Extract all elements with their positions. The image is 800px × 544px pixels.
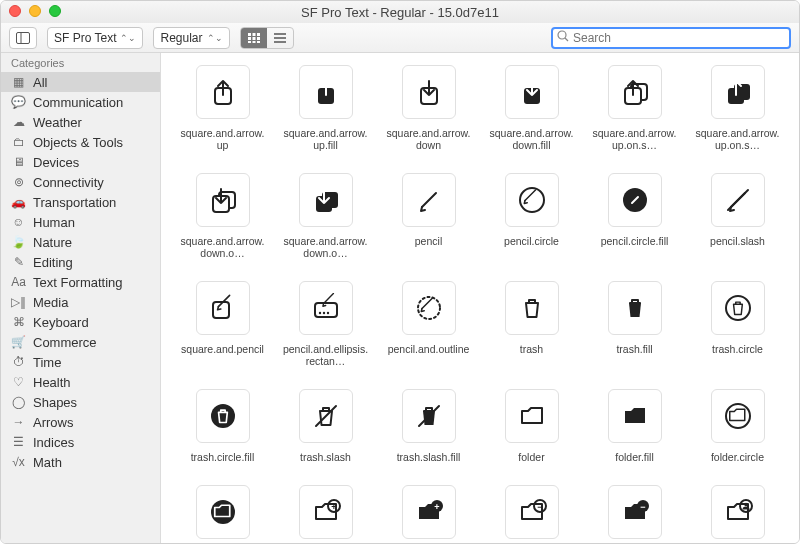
symbol-cell[interactable]: pencil [383,173,474,259]
search-icon [557,30,569,45]
svg-text:−: − [640,502,645,512]
symbol-cell[interactable]: square.and.arrow.up.on.s… [589,65,680,151]
symbol-cell[interactable]: square.and.pencil [177,281,268,367]
symbol-cell[interactable]: trash.slash.fill [383,389,474,463]
sidebar-item-arrows[interactable]: →Arrows [1,412,160,432]
sidebar-toggle-button[interactable] [9,27,37,49]
symbol-cell[interactable]: pencil.circle [486,173,577,259]
pencil-outline-icon [414,293,444,323]
folder-minus-fill-icon: − [620,497,650,527]
sidebar-item-label: Nature [33,235,72,250]
symbol-tile [196,281,250,335]
symbol-label: pencil.slash [710,235,765,247]
sidebar-item-editing[interactable]: ✎Editing [1,252,160,272]
view-mode-segment [240,27,294,49]
share-down-stack-fill-icon [311,185,341,215]
trash-circle-icon [723,293,753,323]
symbol-cell[interactable]: square.and.arrow.down.fill [486,65,577,151]
symbol-cell[interactable]: pencil.and.ellipsis.rectan… [280,281,371,367]
sidebar-item-media[interactable]: ▷‖Media [1,292,160,312]
zoom-window-button[interactable] [49,5,61,17]
symbol-cell[interactable]: trash.circle [692,281,783,367]
symbol-cell[interactable]: +folder.fill.badge.plus [383,485,474,543]
car-icon: 🚗 [11,195,26,209]
leaf-icon: 🍃 [11,235,26,249]
symbol-label: trash.slash.fill [397,451,461,463]
chevron-updown-icon: ⌃⌄ [207,33,223,43]
share-up-stack-fill-icon [723,77,753,107]
font-family-dropdown[interactable]: SF Pro Text ⌃⌄ [47,27,143,49]
sidebar-item-text-formatting[interactable]: AaText Formatting [1,272,160,292]
sidebar-item-objects-tools[interactable]: 🗀Objects & Tools [1,132,160,152]
symbol-cell[interactable]: pencil.slash [692,173,783,259]
symbol-cell[interactable]: folder.fill [589,389,680,463]
symbol-cell[interactable]: trash [486,281,577,367]
symbol-cell[interactable]: folder [486,389,577,463]
symbol-label: pencil.circle.fill [601,235,669,247]
symbol-cell[interactable]: square.and.arrow.down.o… [280,173,371,259]
sidebar-item-keyboard[interactable]: ⌘Keyboard [1,312,160,332]
symbol-tile [608,281,662,335]
close-window-button[interactable] [9,5,21,17]
symbol-cell[interactable]: square.and.arrow.up.on.s… [692,65,783,151]
sidebar-item-shapes[interactable]: ◯Shapes [1,392,160,412]
search-field[interactable] [551,27,791,49]
symbol-tile [299,65,353,119]
sidebar-item-health[interactable]: ♡Health [1,372,160,392]
sidebar-item-time[interactable]: ⏱Time [1,352,160,372]
grid-icon: ▦ [11,75,26,89]
symbol-cell[interactable]: trash.circle.fill [177,389,268,463]
symbol-label: square.and.arrow.up.on.s… [591,127,679,151]
symbol-cell[interactable]: square.and.arrow.up.fill [280,65,371,151]
svg-text:+: + [434,502,439,512]
sidebar-item-math[interactable]: √xMath [1,452,160,472]
sidebar-item-label: Time [33,355,61,370]
symbol-cell[interactable]: pencil.circle.fill [589,173,680,259]
app-window: SF Pro Text - Regular - 15.0d7e11 SF Pro… [0,0,800,544]
sidebar-item-communication[interactable]: 💬Communication [1,92,160,112]
cloud-icon: ☁ [11,115,26,129]
sidebar-item-transportation[interactable]: 🚗Transportation [1,192,160,212]
symbol-cell[interactable]: square.and.arrow.up [177,65,268,151]
minimize-window-button[interactable] [29,5,41,17]
sidebar-item-label: Keyboard [33,315,89,330]
svg-point-35 [326,312,328,314]
symbol-cell[interactable]: −folder.badge.minus [486,485,577,543]
svg-point-52 [744,503,748,507]
sidebar-item-label: Health [33,375,71,390]
sidebar-item-connectivity[interactable]: ⊚Connectivity [1,172,160,192]
svg-point-33 [318,312,320,314]
sidebar-item-all[interactable]: ▦All [1,72,160,92]
symbol-cell[interactable]: trash.slash [280,389,371,463]
svg-rect-0 [17,32,30,43]
cart-icon: 🛒 [11,335,26,349]
svg-rect-7 [257,37,260,40]
sidebar-item-devices[interactable]: 🖥Devices [1,152,160,172]
folder-minus-icon: − [517,497,547,527]
symbol-cell[interactable]: folder.circle [692,389,783,463]
symbol-cell[interactable]: square.and.arrow.down [383,65,474,151]
symbol-cell[interactable]: folder.badge.person.crop [692,485,783,543]
symbol-cell[interactable]: −folder.fill.badge.minus [589,485,680,543]
sidebar-item-human[interactable]: ☺Human [1,212,160,232]
search-input[interactable] [573,31,785,45]
symbol-cell[interactable]: square.and.arrow.down.o… [177,173,268,259]
sidebar-item-nature[interactable]: 🍃Nature [1,232,160,252]
symbol-label: trash.circle.fill [191,451,255,463]
sidebar-item-indices[interactable]: ☰Indices [1,432,160,452]
font-weight-dropdown[interactable]: Regular ⌃⌄ [153,27,229,49]
symbol-cell[interactable]: pencil.and.outline [383,281,474,367]
sidebar-item-commerce[interactable]: 🛒Commerce [1,332,160,352]
sidebar-item-weather[interactable]: ☁Weather [1,112,160,132]
list-view-button[interactable] [267,28,293,48]
folder-fill-icon [620,401,650,431]
sidebar-item-label: Indices [33,435,74,450]
symbol-tile [402,281,456,335]
symbol-tile [711,173,765,227]
folder-plus-icon: + [311,497,341,527]
symbol-cell[interactable]: trash.fill [589,281,680,367]
symbol-cell[interactable]: +folder.badge.plus [280,485,371,543]
symbol-cell[interactable]: folder.circle.fill [177,485,268,543]
pencil-circle-icon [517,185,547,215]
grid-view-button[interactable] [241,28,267,48]
